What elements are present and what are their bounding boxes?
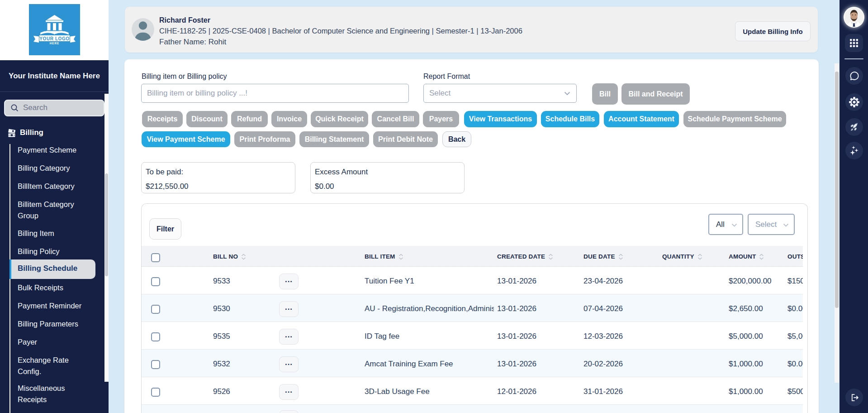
- svg-text:HERE: HERE: [50, 42, 60, 45]
- svg-text:YOUR LOGO: YOUR LOGO: [39, 36, 70, 41]
